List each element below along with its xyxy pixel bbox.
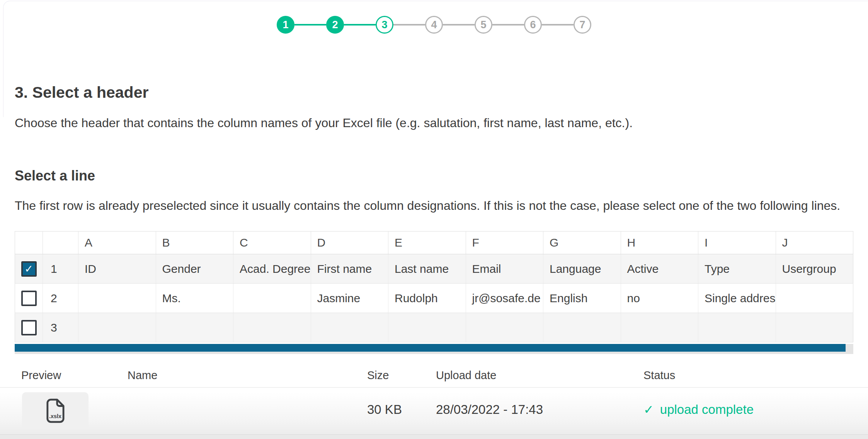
uploaded-file-row: .xslx 30 KB 28/03/2022 - 17:43 ✓ upload … — [0, 388, 868, 435]
file-size-value: 30 KB — [367, 402, 402, 417]
column-letter: B — [156, 231, 233, 254]
cell — [233, 313, 311, 342]
step-connector-2-3 — [344, 24, 376, 26]
cell — [466, 313, 543, 342]
file-upload-date-value: 28/03/2022 - 17:43 — [436, 402, 543, 417]
cell: Usergroup — [776, 254, 853, 284]
column-letter: H — [621, 231, 698, 254]
header-selection-table: A B C D E F G H I J ✓ 1 ID Gender Acad. … — [15, 231, 853, 342]
column-letter: C — [233, 231, 311, 254]
table-row-3[interactable]: ✓ 3 — [15, 313, 853, 342]
step-indicator-3: 3 — [376, 16, 393, 34]
column-letter: J — [776, 231, 853, 254]
cell — [78, 284, 156, 313]
step-indicator-1[interactable]: 1 — [277, 16, 294, 34]
cell: Gender — [156, 254, 233, 284]
file-header-size: Size — [367, 369, 389, 382]
cell: Language — [543, 254, 621, 284]
cell — [776, 284, 853, 313]
file-header-upload-date: Upload date — [436, 369, 496, 382]
column-letter: I — [698, 231, 776, 254]
xslx-file-icon: .xslx — [46, 398, 65, 423]
step-connector-1-2 — [294, 24, 326, 26]
cell: Acad. Degree — [233, 254, 311, 284]
page-intro-text: Choose the header that contains the colu… — [15, 114, 849, 131]
cell: Active — [621, 254, 698, 284]
cell — [78, 313, 156, 342]
page-title: 3. Select a header — [15, 83, 148, 102]
cell — [776, 313, 853, 342]
column-letter: E — [388, 231, 466, 254]
file-status-label: upload complete — [660, 402, 754, 417]
wizard-stepper: 1 2 3 4 5 6 7 — [0, 16, 868, 34]
file-preview-tile: .xslx — [22, 392, 89, 429]
step-indicator-5: 5 — [475, 16, 492, 34]
step-connector-5-6 — [492, 24, 524, 26]
cell: Rudolph — [388, 284, 466, 313]
row-number: 3 — [43, 313, 78, 342]
column-letter: F — [466, 231, 543, 254]
cell — [621, 313, 698, 342]
row-3-checkbox[interactable]: ✓ — [21, 320, 37, 335]
cell — [233, 284, 311, 313]
file-list-header-row: Preview Name Size Upload date Status — [0, 369, 868, 387]
step-connector-6-7 — [542, 24, 574, 26]
cell — [543, 313, 621, 342]
file-header-preview: Preview — [21, 369, 61, 382]
cell: English — [543, 284, 621, 313]
file-header-status: Status — [643, 369, 675, 382]
row-2-checkbox[interactable]: ✓ — [21, 291, 37, 306]
step-connector-3-4 — [393, 24, 425, 26]
column-letter: G — [543, 231, 621, 254]
row-number: 1 — [43, 254, 78, 284]
cell: Last name — [388, 254, 466, 284]
cell: jr@sosafe.de — [466, 284, 543, 313]
column-letter: A — [78, 231, 156, 254]
cell — [156, 313, 233, 342]
row-2-checkbox-cell: ✓ — [15, 284, 43, 313]
step-connector-4-5 — [443, 24, 475, 26]
cell: Jasmine — [311, 284, 388, 313]
cell — [311, 313, 388, 342]
table-row-2[interactable]: ✓ 2 Ms. Jasmine Rudolph jr@sosafe.de Eng… — [15, 284, 853, 313]
svg-text:.xslx: .xslx — [49, 413, 61, 419]
checkmark-icon: ✓ — [23, 263, 35, 275]
page-bottom-strip — [0, 434, 868, 439]
step-indicator-6: 6 — [524, 16, 542, 34]
step-indicator-4: 4 — [425, 16, 443, 34]
select-line-title: Select a line — [15, 168, 95, 184]
column-letter-row: A B C D E F G H I J — [15, 231, 853, 254]
corner-cell — [43, 231, 78, 254]
horizontal-scrollbar-thumb[interactable] — [15, 344, 846, 352]
cell: Email — [466, 254, 543, 284]
cell: Ms. — [156, 284, 233, 313]
horizontal-scrollbar-track[interactable] — [15, 344, 853, 354]
row-1-checkbox-cell: ✓ — [15, 254, 43, 284]
cell: Single address — [698, 284, 776, 313]
cell: Type — [698, 254, 776, 284]
file-status-value: ✓ upload complete — [643, 402, 754, 417]
table-row-1[interactable]: ✓ 1 ID Gender Acad. Degree First name La… — [15, 254, 853, 284]
row-3-checkbox-cell: ✓ — [15, 313, 43, 342]
row-number: 2 — [43, 284, 78, 313]
cell: ID — [78, 254, 156, 284]
select-line-description: The first row is already preselected sin… — [15, 197, 851, 214]
step-indicator-7: 7 — [574, 16, 591, 34]
check-icon: ✓ — [643, 402, 654, 417]
column-letter: D — [311, 231, 388, 254]
cell — [388, 313, 466, 342]
file-header-name: Name — [128, 369, 157, 382]
cell — [698, 313, 776, 342]
step-indicator-2[interactable]: 2 — [326, 16, 344, 34]
corner-cell — [15, 231, 43, 254]
cell: no — [621, 284, 698, 313]
cell: First name — [311, 254, 388, 284]
row-1-checkbox[interactable]: ✓ — [21, 261, 37, 277]
